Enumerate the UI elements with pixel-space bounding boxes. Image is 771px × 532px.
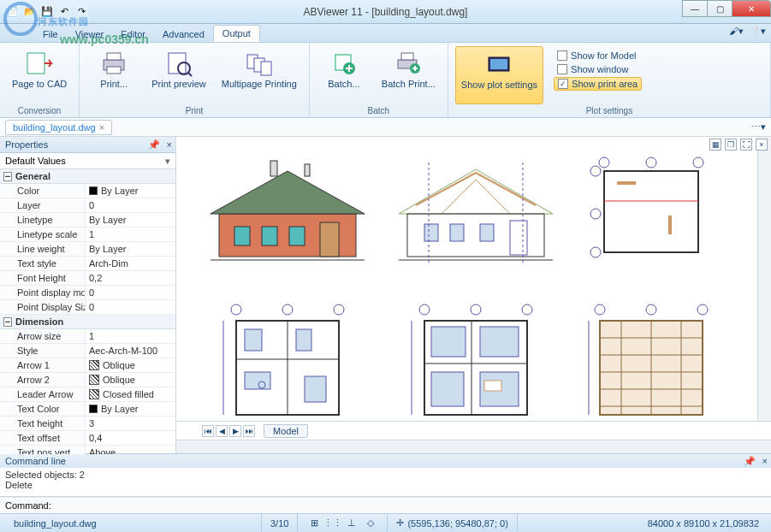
svg-rect-9: [261, 62, 271, 75]
first-layout-icon[interactable]: ⏮: [202, 425, 214, 437]
ribbon-tab-output[interactable]: Output: [213, 25, 260, 42]
property-value[interactable]: 1: [86, 228, 175, 241]
property-row: Font Height0,2: [0, 271, 175, 286]
svg-point-74: [522, 304, 532, 315]
qat-undo-icon[interactable]: ↶: [56, 4, 72, 20]
print-preview-button[interactable]: Print preview: [146, 46, 211, 104]
qat-open-icon[interactable]: 📂: [22, 4, 38, 20]
horizontal-scrollbar[interactable]: [176, 440, 771, 453]
vertical-scrollbar[interactable]: [757, 137, 771, 421]
next-layout-icon[interactable]: ▶: [229, 425, 241, 437]
property-key: Arrow 2: [0, 373, 86, 387]
close-tab-icon[interactable]: ×: [99, 122, 104, 133]
panel-options-icon[interactable]: ⋯▾: [751, 121, 766, 133]
printer-icon: [100, 50, 128, 77]
ortho-icon[interactable]: ⊥: [345, 517, 359, 530]
batch-print-icon: [394, 50, 422, 77]
properties-panel: Properties 📌 × Default Values −GeneralCo…: [0, 137, 176, 453]
checkbox-icon: [557, 50, 567, 61]
pin-icon[interactable]: 📌: [148, 139, 160, 151]
svg-rect-13: [401, 53, 413, 60]
property-section-header[interactable]: −Dimension: [0, 315, 175, 329]
close-panel-icon[interactable]: ×: [762, 456, 768, 466]
property-value[interactable]: Aec-Arch-M-100: [86, 344, 175, 358]
pin-icon[interactable]: 📌: [744, 456, 756, 467]
color-swatch-icon: [89, 186, 98, 195]
command-input[interactable]: [54, 500, 738, 511]
svg-rect-2: [107, 53, 121, 60]
osnap-icon[interactable]: ◇: [364, 517, 377, 530]
cascade-icon[interactable]: ❐: [725, 139, 737, 151]
property-value[interactable]: 0,2: [86, 271, 175, 285]
properties-dropdown[interactable]: Default Values: [0, 153, 175, 169]
close-button[interactable]: ✕: [732, 0, 771, 17]
status-coords: (5595,136; 95480,87; 0): [388, 514, 517, 532]
property-value[interactable]: Closed filled: [86, 387, 175, 401]
grid-icon[interactable]: ⋮⋮: [326, 517, 340, 530]
svg-rect-33: [450, 224, 464, 241]
show-window-option[interactable]: Show window: [554, 63, 642, 75]
ribbon-group-batch: Batch... Batch Print... Batch: [310, 43, 448, 117]
svg-rect-69: [484, 381, 501, 391]
ribbon-tab-viewer[interactable]: Viewer: [67, 27, 112, 42]
svg-rect-41: [617, 181, 636, 185]
property-key: Linetype scale: [0, 228, 86, 241]
qat-save-icon[interactable]: 💾: [39, 4, 55, 20]
model-tab-row: ⏮ ◀ ▶ ⏭ Model: [176, 421, 771, 440]
tile-icon[interactable]: ▦: [709, 139, 721, 151]
minimize-button[interactable]: —: [682, 0, 708, 17]
qat-redo-icon[interactable]: ↷: [74, 4, 89, 20]
property-value[interactable]: 0: [86, 286, 175, 299]
model-tab[interactable]: Model: [264, 424, 308, 438]
drawing-canvas[interactable]: [176, 137, 771, 421]
property-value[interactable]: 3: [86, 417, 175, 430]
multipage-printing-button[interactable]: Multipage Printing: [216, 46, 302, 104]
document-tab[interactable]: building_layout.dwg×: [5, 120, 112, 135]
qat-new-icon[interactable]: 📄: [5, 4, 21, 20]
prev-layout-icon[interactable]: ◀: [216, 425, 228, 437]
close-panel-icon[interactable]: ×: [167, 139, 172, 150]
svg-point-73: [471, 304, 481, 315]
ribbon-tab-advanced[interactable]: Advanced: [154, 27, 213, 42]
close-view-icon[interactable]: ×: [756, 139, 768, 151]
property-value[interactable]: Oblique: [86, 373, 175, 387]
ribbon-tab-editor[interactable]: Editor: [112, 27, 154, 42]
help-icon[interactable]: ❔▾: [749, 26, 766, 37]
property-value[interactable]: 0,4: [86, 431, 175, 445]
svg-rect-55: [305, 376, 326, 402]
property-value[interactable]: By Layer: [86, 402, 175, 416]
svg-rect-21: [289, 227, 305, 245]
property-row: StyleAec-Arch-M-100: [0, 344, 175, 358]
style-dropdown-icon[interactable]: 🖌▾: [729, 26, 744, 37]
property-section-header[interactable]: −General: [0, 169, 175, 184]
show-print-area-option[interactable]: ✓Show print area: [554, 77, 642, 91]
property-key: Line weight: [0, 242, 86, 256]
property-value[interactable]: Oblique: [86, 358, 175, 372]
property-value[interactable]: 1: [86, 329, 175, 343]
ribbon: Page to CAD Conversion Print... Print pr…: [0, 43, 771, 118]
property-value[interactable]: Arch-Dim: [86, 257, 175, 270]
property-value[interactable]: By Layer: [86, 213, 175, 227]
svg-rect-34: [480, 224, 494, 241]
show-for-model-option[interactable]: Show for Model: [554, 50, 642, 62]
print-button[interactable]: Print...: [86, 46, 141, 104]
batch-print-button[interactable]: Batch Print...: [377, 46, 441, 104]
multipage-icon: [246, 50, 273, 77]
svg-rect-0: [27, 53, 44, 74]
svg-point-88: [697, 304, 708, 315]
property-value[interactable]: 0: [86, 300, 175, 314]
property-value[interactable]: By Layer: [86, 184, 175, 198]
show-plot-settings-button[interactable]: Show plot settings: [455, 46, 543, 104]
maximize-view-icon[interactable]: ⛶: [740, 139, 752, 151]
page-to-cad-button[interactable]: Page to CAD: [7, 46, 72, 104]
last-layout-icon[interactable]: ⏭: [243, 425, 255, 437]
property-value[interactable]: 0: [86, 198, 175, 212]
batch-button[interactable]: Batch...: [317, 46, 371, 104]
property-key: Style: [0, 344, 86, 358]
command-prompt: Command:: [5, 500, 51, 511]
maximize-button[interactable]: ▢: [707, 0, 732, 17]
ribbon-tab-file[interactable]: File: [34, 27, 67, 42]
property-value[interactable]: By Layer: [86, 242, 175, 256]
snap-icon[interactable]: ⊞: [307, 517, 321, 530]
status-dimensions: 84000 x 89100 x 21,09832: [639, 514, 768, 532]
